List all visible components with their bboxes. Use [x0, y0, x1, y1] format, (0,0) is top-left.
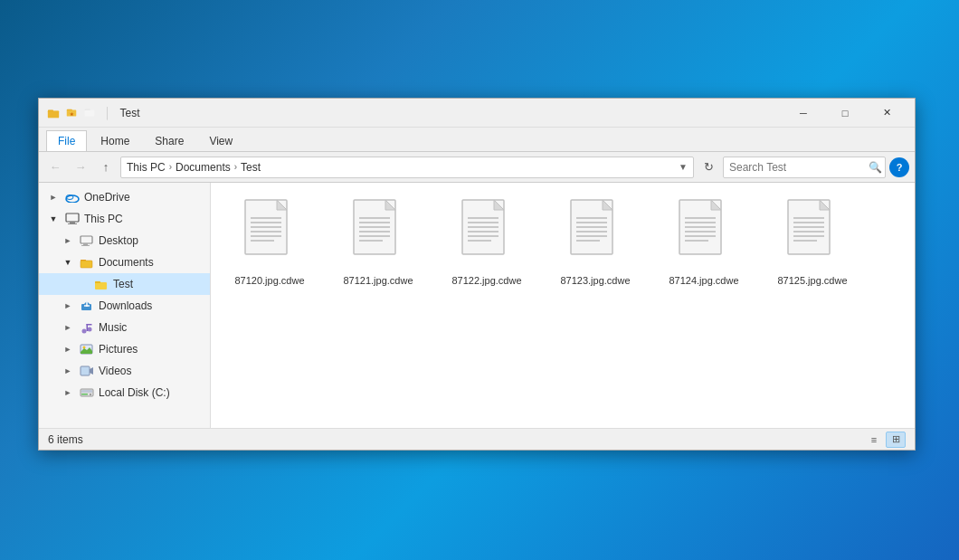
window-controls: ─ □ ✕ — [783, 99, 907, 128]
svg-point-35 — [90, 394, 91, 395]
file-name-3: 87122.jpg.cdwe — [451, 274, 521, 287]
svg-marker-32 — [90, 367, 93, 375]
path-sep-2: › — [234, 162, 237, 172]
tab-file[interactable]: File — [46, 130, 87, 151]
expand-documents[interactable]: ▼ — [61, 255, 75, 270]
folder-title-icon — [46, 106, 61, 120]
music-label: Music — [99, 321, 127, 334]
path-segment-test[interactable]: Test — [241, 161, 261, 174]
file-icon-1 — [238, 198, 301, 271]
expand-pictures[interactable]: ► — [61, 342, 75, 356]
file-name-1: 87120.jpg.cdwe — [234, 274, 304, 287]
path-segment-documents[interactable]: Documents — [176, 161, 231, 174]
documents-label: Documents — [99, 256, 154, 269]
sidebar-item-downloads[interactable]: ► Downloads — [39, 295, 210, 317]
test-label: Test — [113, 278, 133, 290]
separator-bar: │ — [104, 107, 111, 119]
expand-local-disk[interactable]: ► — [61, 385, 75, 400]
forward-button[interactable]: → — [70, 157, 91, 178]
file-item-6[interactable]: 87125.jpg.cdwe — [763, 192, 862, 293]
back-button[interactable]: ← — [44, 157, 66, 178]
up-button[interactable]: ↑ — [95, 157, 117, 178]
file-name-4: 87123.jpg.cdwe — [560, 274, 630, 287]
minimize-button[interactable]: ─ — [783, 99, 824, 128]
file-name-2: 87121.jpg.cdwe — [343, 274, 413, 287]
svg-rect-7 — [85, 109, 95, 116]
file-item-3[interactable]: 87122.jpg.cdwe — [437, 192, 536, 293]
svg-rect-34 — [81, 390, 92, 393]
tab-share[interactable]: Share — [143, 130, 195, 151]
svg-rect-31 — [81, 366, 90, 375]
expand-desktop[interactable]: ► — [61, 233, 75, 248]
sidebar-item-this-pc[interactable]: ▼ This PC — [39, 208, 210, 230]
maximize-button[interactable]: □ — [824, 99, 866, 128]
svg-rect-20 — [95, 281, 100, 283]
file-icon-6 — [781, 198, 844, 271]
sidebar-item-onedrive[interactable]: ► OneDrive — [39, 186, 210, 208]
expand-onedrive[interactable]: ► — [46, 190, 61, 204]
sidebar-item-music[interactable]: ► Music — [39, 317, 210, 338]
sidebar-item-local-disk[interactable]: ► Local Disk (C:) — [39, 382, 210, 403]
svg-rect-2 — [48, 110, 59, 118]
test-folder-icon — [93, 276, 109, 292]
title-bar-icons: ★ — [46, 106, 97, 120]
help-button[interactable]: ? — [889, 157, 909, 177]
sidebar-item-desktop[interactable]: ► Desktop — [39, 230, 210, 252]
videos-label: Videos — [99, 365, 131, 377]
sidebar-item-pictures[interactable]: ► Pictures — [39, 338, 210, 360]
onedrive-label: OneDrive — [84, 191, 130, 204]
refresh-button[interactable]: ↻ — [698, 157, 719, 178]
close-button[interactable]: ✕ — [866, 99, 907, 128]
ribbon-tabs: File Home Share View — [39, 128, 915, 151]
sidebar-item-videos[interactable]: ► Videos — [39, 360, 210, 382]
tab-home[interactable]: Home — [89, 130, 141, 151]
main-area: ► OneDrive ▼ This PC — [39, 183, 915, 428]
music-icon — [79, 319, 95, 336]
downloads-icon — [79, 298, 95, 314]
downloads-label: Downloads — [99, 299, 152, 312]
status-bar: 6 items ≡ ⊞ — [39, 428, 915, 450]
file-icon-3 — [455, 198, 518, 271]
file-name-6: 87125.jpg.cdwe — [777, 274, 847, 287]
file-item-2[interactable]: 87121.jpg.cdwe — [328, 192, 428, 293]
svg-rect-36 — [81, 394, 88, 395]
expand-videos[interactable]: ► — [61, 364, 75, 378]
tiles-view-button[interactable]: ⊞ — [886, 432, 906, 448]
ribbon: File Home Share View — [39, 128, 915, 152]
this-pc-icon — [64, 211, 81, 227]
svg-rect-19 — [95, 282, 107, 289]
svg-rect-14 — [83, 243, 88, 245]
svg-rect-28 — [87, 324, 92, 326]
sidebar: ► OneDrive ▼ This PC — [39, 183, 211, 428]
search-icon: 🔍 — [869, 161, 882, 174]
content-area: 87120.jpg.cdwe 87121.jpg. — [211, 183, 915, 428]
tab-view[interactable]: View — [197, 130, 244, 151]
item-count: 6 items — [48, 433, 83, 446]
file-item-1[interactable]: 87120.jpg.cdwe — [220, 192, 319, 293]
svg-rect-17 — [81, 261, 92, 268]
expand-music[interactable]: ► — [61, 320, 75, 335]
address-path[interactable]: This PC › Documents › Test ▼ — [120, 157, 694, 178]
desktop-icon — [79, 233, 95, 249]
title-bar: ★ │ Test ─ □ ✕ — [39, 99, 915, 128]
expand-downloads[interactable]: ► — [61, 299, 75, 313]
file-icon-2 — [347, 198, 410, 271]
quick-access-icon: ★ — [64, 106, 79, 120]
expand-this-pc[interactable]: ▼ — [46, 212, 61, 226]
file-item-5[interactable]: 87124.jpg.cdwe — [654, 192, 754, 293]
path-dropdown-icon[interactable]: ▼ — [679, 162, 688, 172]
local-disk-icon — [79, 384, 95, 401]
sidebar-item-documents[interactable]: ▼ Documents — [39, 252, 210, 273]
file-item-4[interactable]: 87123.jpg.cdwe — [546, 192, 645, 293]
path-segment-this-pc[interactable]: This PC — [127, 161, 166, 174]
svg-point-25 — [82, 329, 87, 334]
svg-rect-13 — [81, 236, 92, 243]
sidebar-item-test[interactable]: Test — [39, 273, 210, 295]
svg-rect-11 — [70, 222, 75, 223]
svg-rect-15 — [81, 245, 90, 246]
search-input[interactable] — [729, 161, 865, 174]
path-sep-1: › — [169, 162, 172, 172]
pictures-label: Pictures — [99, 343, 138, 356]
svg-point-26 — [88, 327, 92, 332]
details-view-button[interactable]: ≡ — [864, 432, 884, 448]
